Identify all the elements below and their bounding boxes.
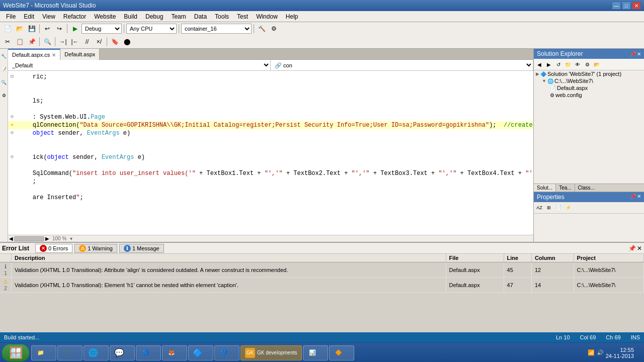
taskbar-item-gk[interactable]: GK GK developments [240, 345, 302, 360]
cut-button[interactable]: ✂ [2, 36, 13, 47]
se-new-folder-button[interactable]: 📁 [564, 60, 573, 69]
network-icon[interactable]: 📶 [588, 349, 595, 356]
menu-website[interactable]: Website [90, 11, 120, 22]
col-header-column[interactable]: Column [531, 254, 574, 262]
tab-default-aspx-cs[interactable]: Default.aspx.cs ✕ [8, 49, 60, 60]
menu-team[interactable]: Team [167, 11, 190, 22]
taskbar-item-skype[interactable]: 💬 [110, 345, 135, 360]
code-editor[interactable]: ⊟ ric; ls; [8, 71, 533, 235]
start-button[interactable]: 🪟 [2, 344, 29, 361]
se-open-button[interactable]: 📂 [592, 60, 601, 69]
tab-default-aspx[interactable]: Default.aspx [60, 49, 100, 60]
taskbar-item-files[interactable]: 📁 [31, 345, 56, 360]
tree-web-config[interactable]: ⚙ web.config [534, 92, 644, 99]
taskbar-item-tool1[interactable]: 📊 [303, 345, 328, 360]
table-row[interactable]: ℹ 1 Validation (XHTML 1.0 Transitional):… [0, 262, 644, 278]
error-list-pin-icon[interactable]: 📌 [628, 245, 636, 252]
close-button[interactable]: ✕ [632, 2, 641, 10]
taskbar-item-tool2[interactable]: 🔶 [329, 345, 354, 360]
debug-dropdown[interactable]: Debug [82, 24, 122, 34]
prop-close-icon[interactable]: ✕ [637, 194, 641, 201]
menu-build[interactable]: Build [120, 11, 141, 22]
prop-alpha-button[interactable]: AZ [535, 203, 544, 212]
method-dropdown[interactable]: 🔗 con [271, 60, 533, 70]
start-button[interactable]: ▶ [69, 23, 80, 34]
undo-button[interactable]: ↩ [42, 23, 53, 34]
se-back-button[interactable]: ◀ [535, 60, 544, 69]
menu-data[interactable]: Data [190, 11, 211, 22]
se-show-all-button[interactable]: 👁 [573, 60, 582, 69]
open-file-button[interactable]: 📂 [14, 23, 25, 34]
menu-window[interactable]: Window [252, 11, 282, 22]
scroll-left-btn[interactable]: ◀ [9, 236, 13, 241]
settings-button[interactable]: ⚙ [268, 23, 279, 34]
redo-button[interactable]: ↪ [54, 23, 65, 34]
error-list-close-icon[interactable]: ✕ [637, 245, 642, 252]
volume-icon[interactable]: 🔊 [597, 349, 604, 356]
minimize-button[interactable]: — [612, 2, 621, 10]
restore-button[interactable]: □ [622, 2, 631, 10]
col-header-project[interactable]: Project [574, 254, 643, 262]
bookmark-button[interactable]: 🔖 [109, 36, 120, 47]
uncomment-button[interactable]: ×/ [94, 36, 105, 47]
menu-help[interactable]: Help [282, 11, 302, 22]
prop-page-button[interactable]: 📄 [554, 203, 563, 212]
copy-button[interactable]: 📋 [14, 36, 25, 47]
tab-team[interactable]: Tea... [556, 184, 575, 192]
taskbar-item-firefox[interactable]: 🦊 [162, 345, 187, 360]
se-forward-button[interactable]: ▶ [544, 60, 553, 69]
menu-debug[interactable]: Debug [141, 11, 167, 22]
taskbar-item-chrome[interactable]: 🔵 [136, 345, 161, 360]
table-row[interactable]: ⚠ 2 Validation (XHTML 1.0 Transitional):… [0, 278, 644, 293]
new-project-button[interactable]: 📄 [2, 23, 13, 34]
tree-solution[interactable]: ▶ 🔷 Solution 'WebSite7' (1 project) [534, 70, 644, 77]
build-button[interactable]: 🔨 [256, 23, 267, 34]
tab-class[interactable]: Class... [575, 184, 598, 192]
paste-button[interactable]: 📌 [26, 36, 37, 47]
prop-pin-icon[interactable]: 📌 [630, 194, 636, 201]
find-button[interactable]: 🔍 [42, 36, 53, 47]
menu-refactor[interactable]: Refactor [59, 11, 90, 22]
comment-button[interactable]: // [82, 36, 93, 47]
clock[interactable]: 12:55 24-11-2013 [606, 347, 634, 359]
scroll-right-btn[interactable]: ▶ [45, 236, 49, 241]
menu-tools[interactable]: Tools [211, 11, 233, 22]
se-properties-button[interactable]: ⚙ [583, 60, 592, 69]
error-tab-errors[interactable]: ✕ 0 Errors [35, 244, 72, 253]
se-refresh-button[interactable]: ↺ [554, 60, 563, 69]
col-header-description[interactable]: Description [12, 254, 446, 262]
taskbar-item-media[interactable]: 🎵 [57, 345, 83, 360]
tree-project[interactable]: ▼ 🌐 C:\...\WebSite7\ [534, 77, 644, 84]
menu-edit[interactable]: Edit [20, 11, 38, 22]
taskbar-item-office[interactable]: 💙 [214, 345, 239, 360]
menu-test[interactable]: Test [233, 11, 252, 22]
prop-category-button[interactable]: ⊞ [544, 203, 553, 212]
taskbar-item-ie[interactable]: 🌐 [84, 345, 109, 360]
menu-file[interactable]: File [2, 11, 20, 22]
cpu-dropdown[interactable]: Any CPU [126, 24, 177, 34]
save-button[interactable]: 💾 [26, 23, 37, 34]
col-header-file[interactable]: File [446, 254, 504, 262]
se-pin-icon[interactable]: 📌 [630, 51, 636, 57]
scroll-thumb[interactable] [14, 236, 44, 241]
tab-close-default-aspx-cs[interactable]: ✕ [52, 52, 56, 58]
breakpoint-button[interactable]: ⬤ [121, 36, 132, 47]
menu-view[interactable]: View [38, 11, 59, 22]
outdent-button[interactable]: |← [69, 36, 80, 47]
error-tab-messages[interactable]: ℹ 1 Message [119, 244, 164, 253]
taskbar-item-vs[interactable]: 🔷 [188, 345, 213, 360]
tab-solution[interactable]: Solut... [534, 184, 556, 192]
editor-horizontal-scrollbar[interactable]: ◀ ▶ 100 % ▾ [8, 235, 533, 242]
indent-button[interactable]: →| [57, 36, 68, 47]
class-dropdown[interactable]: _Default [8, 60, 271, 70]
properties-toolbar: AZ ⊞ 📄 ⚡ [534, 202, 644, 214]
taskbar-icon-office: 💙 [219, 348, 229, 358]
col-header-line[interactable]: Line [504, 254, 531, 262]
container-dropdown[interactable]: container_16 [181, 24, 252, 34]
errors-badge: ✕ [40, 245, 47, 252]
code-text-6: : System.Web.UI.Page [16, 113, 105, 121]
error-tab-warnings[interactable]: ⚠ 1 Warning [74, 244, 117, 253]
tree-default-aspx[interactable]: 📄 Default.aspx [534, 84, 644, 92]
prop-event-button[interactable]: ⚡ [564, 203, 573, 212]
se-close-icon[interactable]: ✕ [637, 51, 641, 57]
